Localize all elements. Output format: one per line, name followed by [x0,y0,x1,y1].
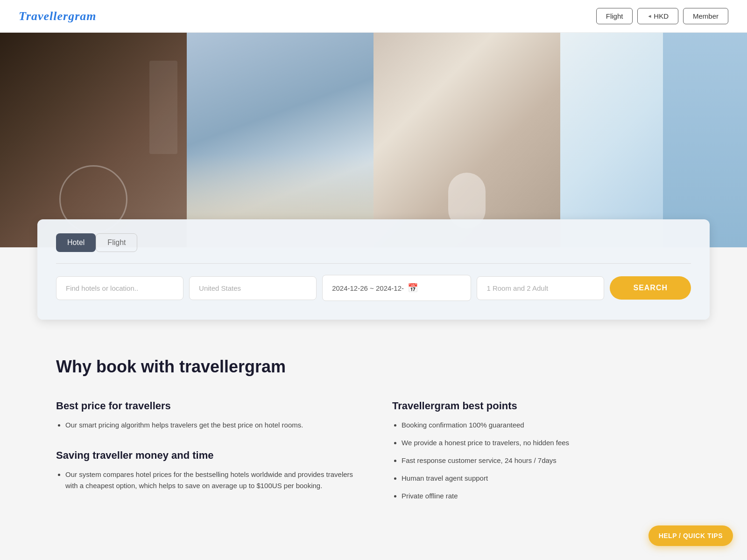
saving-list: Our system compares hotel prices for the… [56,469,355,491]
best-price-title: Best price for travellers [56,400,355,412]
saving-title: Saving traveller money and time [56,449,355,462]
list-item: Our smart pricing algorithm helps travel… [65,420,355,431]
hero-image-3 [374,33,560,247]
header: Travellergram Flight HKD Member [0,0,747,33]
best-price-list: Our smart pricing algorithm helps travel… [56,420,355,431]
search-row: 2024-12-26 ~ 2024-12- 📅 SEARCH [56,275,691,301]
list-item: Our system compares hotel prices for the… [65,469,355,491]
country-input[interactable] [189,276,317,300]
list-item: We provide a honest price to travelers, … [402,437,691,448]
search-tabs: Hotel Flight [56,233,691,252]
hero-image-4 [560,33,747,247]
hero-image-1 [0,33,187,247]
best-points-list: Booking confirmation 100% guaranteed We … [392,420,691,502]
calendar-icon: 📅 [408,283,418,293]
right-column: Travellergram best points Booking confir… [392,400,691,508]
list-item: Booking confirmation 100% guaranteed [402,420,691,431]
flight-button[interactable]: Flight [596,8,633,24]
currency-button[interactable]: HKD [637,8,678,24]
content-section: Why book with travellergram Best price f… [0,320,747,546]
search-button[interactable]: SEARCH [610,276,691,300]
best-points-title: Travellergram best points [392,400,691,412]
location-input[interactable] [56,276,183,300]
list-item: Human travel agent support [402,473,691,484]
room-input[interactable] [477,276,604,300]
header-actions: Flight HKD Member [596,8,728,24]
list-item: Private offline rate [402,490,691,502]
member-button[interactable]: Member [683,8,728,24]
hero-strip [0,33,747,247]
date-value: 2024-12-26 ~ 2024-12- [332,284,404,292]
tab-hotel[interactable]: Hotel [56,233,96,252]
list-item: Fast response customer service, 24 hours… [402,455,691,466]
search-divider [56,263,691,264]
left-column: Best price for travellers Our smart pric… [56,400,355,508]
hero-image-2 [187,33,374,247]
search-panel: Hotel Flight 2024-12-26 ~ 2024-12- 📅 SEA… [37,219,710,320]
logo: Travellergram [19,9,97,23]
why-title: Why book with travellergram [56,357,691,377]
help-button[interactable]: HELP / QUICK TIPS [648,525,733,546]
two-column-layout: Best price for travellers Our smart pric… [56,400,691,508]
date-picker[interactable]: 2024-12-26 ~ 2024-12- 📅 [322,275,471,301]
tab-flight[interactable]: Flight [96,233,137,252]
